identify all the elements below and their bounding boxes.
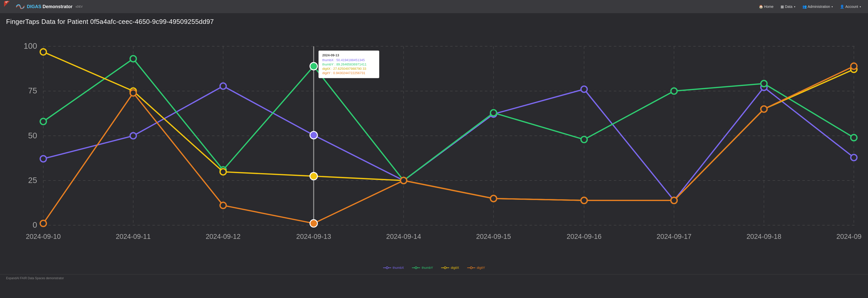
- thumbx-dot: [581, 86, 587, 92]
- digity-dot: [491, 195, 497, 201]
- brand-digas: DIGAS: [27, 4, 41, 9]
- svg-point-33: [415, 267, 417, 269]
- footer: ExpandAI FAIR Data Spaces demonstrator: [0, 274, 868, 282]
- svg-text:75: 75: [28, 86, 37, 95]
- footer-text: ExpandAI FAIR Data Spaces demonstrator: [6, 276, 64, 280]
- svg-text:2024-09-12: 2024-09-12: [206, 233, 241, 240]
- svg-text:2024-09-14: 2024-09-14: [386, 233, 421, 240]
- svg-text:50: 50: [28, 131, 37, 140]
- account-icon: 👤: [840, 5, 844, 9]
- legend-thumby-icon: [412, 266, 420, 269]
- svg-text:25: 25: [28, 175, 37, 185]
- navbar: Development DIGAS Demonstrator vDEV 🏠 Ho…: [0, 0, 868, 13]
- navbar-nav: 🏠 Home ▦ Data ▾ 👥 Administration ▾ 👤 Acc…: [756, 3, 864, 10]
- svg-text:0: 0: [33, 220, 37, 229]
- svg-text:2024-09-15: 2024-09-15: [476, 233, 511, 240]
- digity-dot: [761, 106, 767, 112]
- svg-text:2024-09-19: 2024-09-19: [836, 233, 862, 240]
- nav-administration[interactable]: 👥 Administration ▾: [799, 3, 836, 10]
- thumbx-active-dot: [310, 132, 317, 139]
- svg-point-31: [386, 267, 388, 269]
- legend-digity-label: digitY: [477, 266, 485, 270]
- svg-text:100: 100: [24, 42, 37, 51]
- administration-icon: 👥: [802, 5, 807, 9]
- thumby-dot: [40, 118, 46, 125]
- thumby-dot: [671, 88, 677, 94]
- digity-dot: [671, 197, 677, 203]
- legend-thumby-label: thumbY: [422, 266, 433, 270]
- svg-text:2024-09-18: 2024-09-18: [746, 233, 781, 240]
- svg-text:2024-09-13: 2024-09-13: [296, 233, 331, 240]
- svg-text:2024-09-10: 2024-09-10: [26, 233, 61, 240]
- legend-thumbx: thumbX: [383, 266, 404, 270]
- brand-title: DIGAS Demonstrator: [27, 4, 72, 9]
- svg-text:2024-09-17: 2024-09-17: [656, 233, 691, 240]
- thumbx-dot: [851, 154, 857, 160]
- thumby-dot: [130, 56, 136, 62]
- digity-dot: [581, 197, 587, 203]
- legend-thumbx-icon: [383, 266, 391, 269]
- nav-administration-label: Administration: [808, 5, 830, 9]
- digity-active-dot: [310, 220, 317, 227]
- thumbx-dot: [130, 133, 136, 139]
- account-caret-icon: ▾: [860, 5, 861, 8]
- data-caret-icon: ▾: [794, 5, 795, 8]
- svg-point-37: [470, 267, 472, 269]
- nav-home-label: Home: [764, 5, 774, 9]
- legend-thumbx-label: thumbX: [393, 266, 404, 270]
- data-icon: ▦: [781, 5, 784, 9]
- digity-dot: [220, 202, 226, 208]
- brand-logo-icon: [16, 3, 25, 10]
- thumby-dot: [491, 110, 497, 116]
- nav-data[interactable]: ▦ Data ▾: [778, 3, 798, 10]
- thumby-dot: [581, 136, 587, 142]
- chart-svg: 100 75 50 25 0 2024-09-10 2024-09-11 202…: [6, 28, 862, 264]
- chart-container: 100 75 50 25 0 2024-09-10 2024-09-11 202…: [0, 28, 868, 274]
- svg-text:2024-09-11: 2024-09-11: [116, 233, 151, 240]
- nav-home[interactable]: 🏠 Home: [756, 3, 777, 10]
- svg-text:2024-09-16: 2024-09-16: [567, 233, 602, 240]
- thumbx-dot: [220, 83, 226, 89]
- thumby-active-dot: [310, 62, 317, 70]
- thumbx-line: [43, 86, 854, 200]
- nav-account-label: Account: [845, 5, 858, 9]
- digitx-dot: [40, 49, 46, 55]
- brand-demonstrator: Demonstrator: [42, 4, 72, 9]
- digity-dot: [130, 90, 136, 96]
- digitx-dot: [220, 169, 226, 175]
- digity-line: [43, 66, 854, 223]
- chart-svg-wrapper: 100 75 50 25 0 2024-09-10 2024-09-11 202…: [6, 28, 862, 264]
- thumby-dot: [851, 135, 857, 141]
- digity-dot: [40, 220, 46, 226]
- digity-dot: [851, 63, 857, 69]
- legend-digitx-label: digitX: [451, 266, 459, 270]
- legend-digitx-icon: [441, 266, 449, 269]
- navbar-brand: DIGAS Demonstrator vDEV: [16, 3, 83, 10]
- digity-dot: [401, 178, 407, 184]
- home-icon: 🏠: [759, 5, 763, 9]
- page-title: FingerTaps Data for Patient 0f5a4afc-cee…: [6, 18, 862, 26]
- legend-digity-icon: [467, 266, 475, 269]
- nav-data-label: Data: [785, 5, 793, 9]
- legend-thumby: thumbY: [412, 266, 433, 270]
- admin-caret-icon: ▾: [832, 5, 833, 8]
- page-header: FingerTaps Data for Patient 0f5a4afc-cee…: [0, 13, 868, 28]
- thumbx-dot: [40, 156, 46, 162]
- chart-legend: thumbX thumbY digitX digitY: [6, 266, 862, 272]
- svg-point-35: [444, 267, 446, 269]
- nav-account[interactable]: 👤 Account ▾: [837, 3, 864, 10]
- legend-digity: digitY: [467, 266, 485, 270]
- dev-ribbon: Development: [4, 1, 15, 7]
- digitx-active-dot: [310, 172, 317, 180]
- legend-digitx: digitX: [441, 266, 459, 270]
- brand-version: vDEV: [75, 5, 83, 8]
- thumby-dot: [761, 80, 767, 86]
